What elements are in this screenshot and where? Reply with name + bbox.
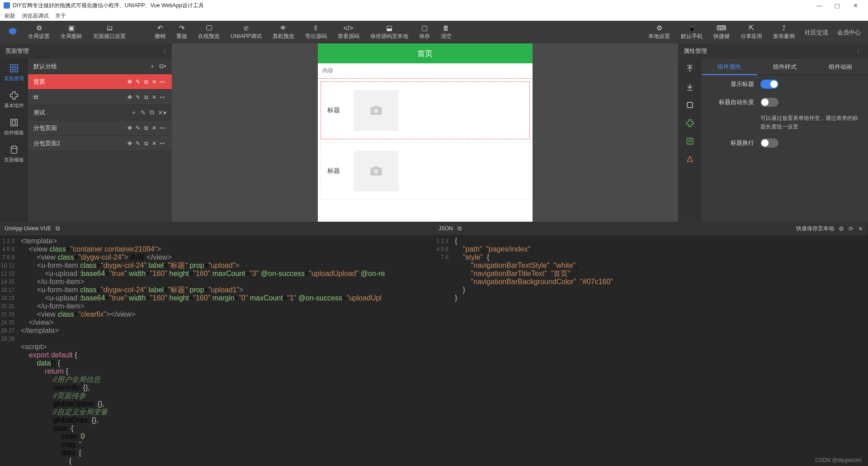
close-icon[interactable]: ✕: [150, 79, 158, 85]
puzzle-icon[interactable]: [685, 119, 694, 128]
community-link[interactable]: 社区交流: [800, 29, 833, 37]
layers-icon[interactable]: [685, 100, 694, 109]
view-source-button[interactable]: </>查看源码: [332, 21, 365, 44]
toggle-title-wrap[interactable]: [760, 138, 778, 147]
more-icon[interactable]: ⋯: [158, 140, 166, 147]
menu-about[interactable]: 关于: [55, 12, 66, 20]
left-panel-title: 页面管理: [5, 47, 29, 55]
page-item[interactable]: 首页 ✥ ✎ ⧉ ✕ ⋯: [28, 74, 172, 90]
edit-group-icon[interactable]: ✎: [141, 109, 146, 116]
svg-rect-4: [15, 69, 18, 71]
member-center-link[interactable]: 会员中心: [833, 29, 865, 37]
page-group[interactable]: 默认分组 ＋ ⧉▾: [28, 59, 172, 74]
copy-code-icon[interactable]: ⧉: [56, 225, 60, 232]
svg-point-7: [11, 146, 17, 148]
collapse-left-icon[interactable]: 〈: [161, 48, 166, 55]
tab-style[interactable]: 组件样式: [757, 59, 813, 75]
field-title-wrap: 标题换行: [702, 134, 868, 152]
redo-button[interactable]: ↷重做: [171, 21, 193, 44]
add-page-icon[interactable]: ＋: [131, 109, 137, 117]
nav-pages[interactable]: 页面管理: [0, 59, 28, 86]
shortcuts-button[interactable]: ⌨快捷键: [708, 21, 735, 44]
nav-comp-tpl[interactable]: 组件模板: [0, 113, 28, 140]
page-item[interactable]: 分包页面2 ✥ ✎ ⧉ ✕ ⋯: [28, 136, 172, 151]
device-preview-button[interactable]: 👁真机预览: [267, 21, 300, 44]
move-icon[interactable]: ✥: [126, 125, 134, 131]
upload-slot[interactable]: [354, 90, 399, 131]
group-label: 测试: [33, 109, 45, 117]
save-local-button[interactable]: ⬓保存源码至本地: [365, 21, 414, 44]
save-button[interactable]: ▢保存: [414, 21, 435, 44]
copy-icon[interactable]: ⧉: [142, 140, 150, 147]
page-item-label: 首页: [33, 78, 45, 86]
global-settings-button[interactable]: ⚙全局设置: [23, 21, 55, 44]
move-icon[interactable]: ✥: [126, 94, 134, 100]
tab-props[interactable]: 组件属性: [702, 59, 757, 75]
copy-json-icon[interactable]: ⧉: [458, 225, 462, 232]
tab-anim[interactable]: 组件动画: [812, 59, 868, 75]
code-editor-right[interactable]: 1 2 3 4 5 6 7 8 { "path": "pages/index",…: [434, 235, 868, 466]
page-group[interactable]: 测试 ＋ ✎ ⧉ ✕▾: [28, 105, 172, 120]
window-close-button[interactable]: ✕: [846, 2, 864, 9]
code-editor-left[interactable]: 1 2 3 4 5 6 7 8 9 10 11 12 13 14 15 16 1…: [0, 235, 434, 466]
delete-group-icon[interactable]: ✕▾: [158, 109, 166, 116]
left-panel: 页面管理 〈 页面管理 基本组件 组件模板 页面模板: [0, 43, 172, 222]
nav-page-tpl[interactable]: 页面模板: [0, 140, 28, 167]
close-icon[interactable]: ✕: [150, 140, 158, 147]
global-icons-button[interactable]: ▣全局图标: [55, 21, 88, 44]
edit-icon[interactable]: ✎: [134, 140, 142, 147]
collapse-right-icon[interactable]: 〉: [857, 48, 863, 55]
group-menu-icon[interactable]: ⧉▾: [159, 62, 166, 70]
local-settings-button[interactable]: ⚙本地设置: [643, 21, 675, 44]
close-icon[interactable]: ✕: [150, 94, 158, 100]
edit-icon[interactable]: ✎: [134, 125, 142, 131]
close-panel-icon[interactable]: ✕: [858, 225, 863, 232]
menu-refresh[interactable]: 刷新: [5, 12, 15, 20]
copy-icon[interactable]: ⧉: [142, 125, 150, 131]
close-icon[interactable]: ✕: [150, 125, 158, 131]
undo-button[interactable]: ↶撤销: [149, 21, 171, 44]
form-item[interactable]: 标题: [321, 81, 530, 139]
publish-case-button[interactable]: ⤴发布案例: [768, 21, 800, 44]
refresh-icon[interactable]: ⟳: [849, 225, 854, 232]
window-maximize-button[interactable]: ▢: [828, 2, 846, 9]
toggle-auto-length[interactable]: [760, 98, 778, 107]
property-tabs: 组件属性 组件样式 组件动画: [702, 59, 868, 75]
edit-icon[interactable]: ✎: [134, 94, 142, 100]
quick-save-label[interactable]: 快速保存至本地: [796, 225, 834, 233]
page-api-settings-button[interactable]: 🗂页面接口设置: [88, 21, 131, 44]
more-icon[interactable]: ⋯: [158, 79, 166, 85]
clear-button[interactable]: 🗑清空: [435, 21, 457, 44]
page-item[interactable]: 分包页面 ✥ ✎ ⧉ ✕ ⋯: [28, 120, 172, 136]
form-item[interactable]: 标题: [321, 142, 530, 200]
more-icon[interactable]: ⋯: [158, 125, 166, 131]
download-icon[interactable]: [685, 82, 694, 91]
toggle-show-title[interactable]: [760, 80, 778, 89]
export-source-button[interactable]: ⇪导出源码: [300, 21, 332, 44]
page-item[interactable]: ttt ✥ ✎ ⧉ ✕ ⋯: [28, 90, 172, 105]
share-app-button[interactable]: ⇱分享应用: [735, 21, 768, 44]
phone-preview[interactable]: 首页 内容 标题 标题: [318, 43, 533, 222]
copy-icon[interactable]: ⧉: [142, 94, 150, 100]
settings-icon[interactable]: ⚙: [839, 225, 844, 232]
move-icon[interactable]: ✥: [126, 140, 134, 147]
canvas-area[interactable]: 首页 内容 标题 标题: [172, 43, 678, 222]
online-preview-button[interactable]: 🖵在线预览: [193, 21, 225, 44]
menu-browser-debug[interactable]: 浏览器调试: [22, 12, 49, 20]
copy-icon[interactable]: ⧉: [142, 79, 150, 85]
move-up-icon[interactable]: [685, 64, 694, 73]
move-icon[interactable]: ✥: [126, 79, 134, 85]
preview-navbar: 首页: [318, 43, 533, 63]
upload-slot[interactable]: [354, 151, 399, 191]
list-icon[interactable]: [685, 137, 694, 146]
logo-button[interactable]: [3, 21, 23, 44]
copy-group-icon[interactable]: ⧉: [150, 109, 154, 116]
edit-icon[interactable]: ✎: [134, 79, 142, 85]
add-page-icon[interactable]: ＋: [149, 62, 156, 71]
default-phone-button[interactable]: 📱默认手机: [675, 21, 708, 44]
window-minimize-button[interactable]: —: [810, 2, 828, 9]
uniapp-debug-button[interactable]: ⎚UNIAPP调试: [225, 21, 267, 44]
warning-icon[interactable]: [685, 155, 694, 164]
more-icon[interactable]: ⋯: [158, 94, 166, 100]
nav-components[interactable]: 基本组件: [0, 86, 28, 113]
